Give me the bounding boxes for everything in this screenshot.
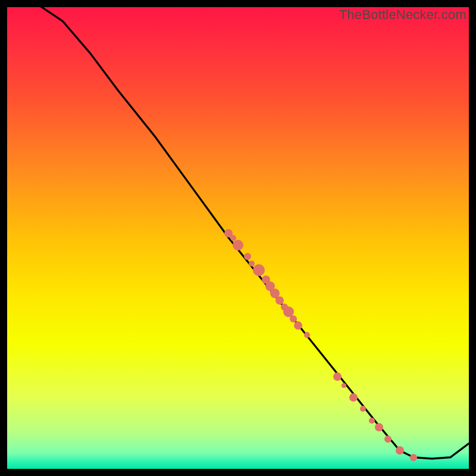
chart-frame: TheBottleNecker.com	[0, 0, 476, 476]
data-point	[294, 321, 302, 330]
data-point	[375, 423, 383, 431]
data-point	[369, 418, 375, 424]
data-points-layer	[7, 7, 469, 469]
data-point	[410, 454, 417, 461]
data-point	[244, 253, 251, 260]
data-point	[233, 240, 243, 250]
data-point	[304, 332, 310, 338]
data-point	[275, 296, 284, 305]
data-point	[396, 446, 404, 455]
data-point	[253, 264, 265, 276]
data-point	[342, 383, 346, 388]
data-point	[360, 406, 366, 412]
plot-area	[7, 7, 469, 469]
data-point	[333, 372, 342, 381]
data-point	[384, 436, 392, 443]
data-point	[249, 261, 255, 267]
data-point	[349, 393, 358, 402]
